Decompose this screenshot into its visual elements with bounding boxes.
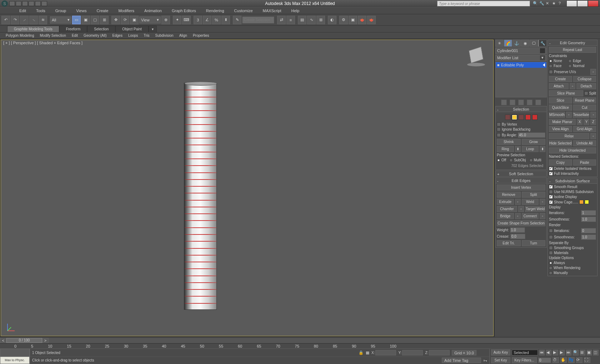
make-planar-button[interactable]: Make Planar (549, 119, 576, 125)
reset-plane-button[interactable]: Reset Plane (573, 97, 596, 103)
selection-filter-dropdown[interactable]: All▾ (50, 16, 71, 24)
repeat-last-button[interactable]: Repeat Last (549, 47, 596, 53)
full-interactivity-checkbox[interactable] (549, 172, 553, 176)
panel-align[interactable]: Align (176, 33, 190, 38)
show-cage-checkbox[interactable] (549, 200, 553, 204)
panel-tris[interactable]: Tris (141, 33, 152, 38)
object-color-swatch[interactable] (540, 48, 545, 53)
slice-plane-button[interactable]: Slice Plane (549, 90, 583, 96)
menu-customize[interactable]: Customize (229, 7, 258, 14)
preserve-uvs-settings-icon[interactable]: ▫ (590, 69, 596, 75)
by-angle-checkbox[interactable] (497, 133, 501, 137)
by-vertex-checkbox[interactable] (497, 122, 501, 126)
nurms-checkbox[interactable] (549, 190, 553, 194)
nav-zoom-icon[interactable]: 🔍 (573, 350, 579, 355)
nav-walk-icon[interactable]: 👣 (568, 357, 575, 363)
create-shape-button[interactable]: Create Shape From Selection (497, 220, 545, 226)
ignore-backfacing-checkbox[interactable] (497, 127, 501, 131)
lock-selection-icon[interactable]: 🔒 (359, 350, 364, 355)
nav-maximize-icon[interactable]: ⛶ (584, 357, 590, 363)
render-smoothness-checkbox[interactable] (549, 235, 553, 239)
slice-button[interactable]: Slice (549, 97, 572, 103)
nav-pan-icon[interactable]: ✋ (560, 357, 567, 363)
soft-selection-header[interactable]: +Soft Selection (495, 171, 547, 177)
coordinate-y-input[interactable] (402, 350, 423, 355)
render-setup-icon[interactable]: ⚙ (339, 16, 348, 24)
hierarchy-tab-icon[interactable]: ⚓ (512, 40, 521, 47)
planar-x-button[interactable]: X (577, 119, 582, 125)
key-mode-icon[interactable]: 🗝 (483, 358, 487, 363)
edit-named-sel-icon[interactable]: ✎ (233, 16, 241, 24)
remove-modifier-icon[interactable] (527, 100, 532, 105)
menu-help[interactable]: Help (286, 7, 305, 14)
nav-fov-icon[interactable]: ◫ (593, 350, 599, 355)
unhide-all-button[interactable]: Unhide All (573, 140, 596, 146)
next-frame-icon[interactable]: ▶ (560, 350, 565, 355)
script-listener[interactable]: Max to Physc. (0, 349, 30, 364)
constraint-edge-radio[interactable] (568, 59, 572, 63)
cut-button[interactable]: Cut (573, 105, 596, 111)
remove-button[interactable]: Remove (497, 192, 521, 198)
scale-icon[interactable]: ▣ (130, 16, 139, 24)
render-iterations-checkbox[interactable] (549, 229, 553, 233)
isoline-checkbox[interactable] (549, 195, 553, 199)
render-prod-icon[interactable]: 🫖 (367, 16, 376, 24)
coordinate-x-input[interactable] (375, 350, 396, 355)
menu-create[interactable]: Create (91, 7, 113, 14)
time-slider-track[interactable] (49, 338, 600, 343)
weight-spinner[interactable] (510, 227, 525, 233)
panel-edges[interactable]: Edges (110, 33, 125, 38)
relax-settings-icon[interactable]: ▫ (590, 133, 596, 139)
menu-tools[interactable]: Tools (31, 7, 50, 14)
target-weld-button[interactable]: Target Weld (525, 206, 545, 212)
update-always-radio[interactable] (549, 261, 552, 265)
edit-geometry-header[interactable]: -Edit Geometry (548, 40, 598, 46)
attach-list-icon[interactable]: ▫ (570, 83, 575, 89)
menu-edit[interactable]: Edit (14, 7, 31, 14)
panel-edit[interactable]: Edit (69, 33, 81, 38)
keyboard-shortcut-icon[interactable]: ⌨ (182, 16, 191, 24)
percent-snap-icon[interactable]: % (212, 16, 221, 24)
grid-align-button[interactable]: Grid Align (573, 126, 596, 132)
qat-new-icon[interactable] (9, 1, 15, 6)
display-smoothness-spinner[interactable] (581, 217, 596, 222)
modifier-list-dropdown[interactable]: Modifier List ▾ (495, 55, 547, 61)
weld-button[interactable]: Weld (522, 199, 539, 205)
qat-undo-icon[interactable] (29, 1, 34, 6)
separate-materials-checkbox[interactable] (549, 251, 553, 255)
preview-subobj-radio[interactable] (509, 158, 513, 162)
msmooth-button[interactable]: MSmooth (549, 112, 565, 118)
element-level-icon[interactable] (532, 115, 538, 120)
qat-link-icon[interactable] (41, 1, 47, 6)
loop-spinner[interactable]: ⬍ (540, 146, 545, 152)
edge-level-icon[interactable] (512, 115, 517, 120)
panel-modify-selection[interactable]: Modify Selection (37, 33, 69, 38)
show-end-result-icon[interactable] (510, 100, 515, 105)
qat-redo-icon[interactable] (35, 1, 41, 6)
copy-named-sel-button[interactable]: Copy (549, 160, 572, 166)
smooth-result-checkbox[interactable] (549, 185, 553, 189)
qat-open-icon[interactable] (16, 1, 21, 6)
panel-polygon-modeling[interactable]: Polygon Modeling (3, 33, 37, 38)
window-crossing-icon[interactable]: ⊞ (100, 16, 109, 24)
modify-tab-icon[interactable]: 🌈 (504, 40, 512, 47)
update-manually-radio[interactable] (549, 271, 552, 275)
polygon-level-icon[interactable] (525, 115, 531, 120)
coordinate-z-input[interactable] (429, 350, 450, 355)
align-icon[interactable]: ≡ (286, 16, 295, 24)
split-button[interactable]: Split (522, 192, 546, 198)
ribbon-tab-selection[interactable]: Selection (87, 26, 115, 32)
constraint-none-radio[interactable] (549, 59, 552, 63)
insert-vertex-button[interactable]: Insert Vertex (497, 184, 545, 191)
extrude-button[interactable]: Extrude (497, 199, 514, 205)
qat-save-icon[interactable] (22, 1, 28, 6)
redo-icon[interactable]: ↷ (11, 16, 19, 24)
select-object-icon[interactable]: ▭ (72, 16, 81, 24)
maximize-button[interactable] (577, 0, 588, 7)
chamfer-button[interactable]: Chamfer (497, 206, 517, 212)
listener-output[interactable] (0, 349, 30, 357)
edit-edges-header[interactable]: -Edit Edges (495, 177, 547, 183)
isolate-icon[interactable]: ▦ (366, 350, 369, 355)
hide-selected-button[interactable]: Hide Selected (549, 140, 572, 146)
ribbon-tab-freeform[interactable]: Freeform (59, 26, 88, 32)
